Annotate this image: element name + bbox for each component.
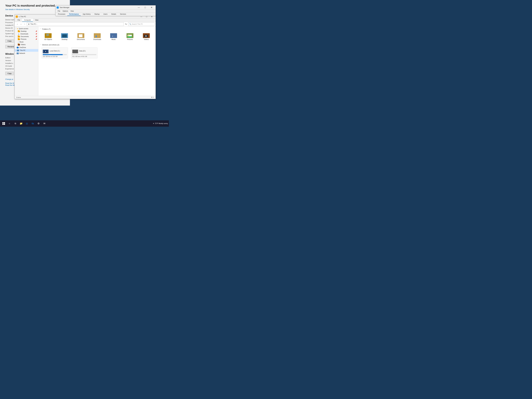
task-manager-controls: — □ ✕	[136, 5, 154, 10]
this-pc-arrow: ›	[16, 50, 16, 51]
drive-c-free: 192 GB free of 232 GB	[43, 56, 67, 57]
documents-folder-icon	[18, 36, 20, 38]
file-explorer-body: ˅ ★ Quick access Desktop 📌 Downloads 📌	[15, 26, 156, 96]
sidebar-desktop-label: Desktop	[21, 30, 26, 32]
search-icon: 🔍	[129, 23, 131, 25]
ribbon-tab-computer[interactable]: Computer	[22, 19, 33, 22]
file-explorer-ribbon: File Computer View	[15, 19, 156, 22]
tm-tab-performance[interactable]: Performance	[67, 13, 81, 16]
folder-desktop-label: Desktop	[62, 38, 67, 40]
folders-grid: 3D Objects Desktop	[40, 32, 153, 41]
sidebar-videos-label: Videos	[21, 44, 25, 45]
devices-chevron: ˅	[40, 44, 41, 45]
folder-videos[interactable]: Videos	[140, 32, 153, 41]
tm-tab-app-history[interactable]: App history	[81, 13, 92, 16]
sidebar-item-downloads[interactable]: Downloads 📌	[15, 33, 38, 35]
sidebar-quick-access-header[interactable]: ˅ ★ Quick access	[15, 27, 38, 30]
taskbar-mail[interactable]: ✉	[42, 121, 47, 126]
forward-button[interactable]: ›	[19, 23, 23, 26]
file-explorer-window: ▪ | This PC — □ ✕ File Computer View ‹ ›…	[14, 14, 156, 99]
taskbar-task-view[interactable]: ⧉	[13, 121, 18, 126]
folder-pictures-label: Pictures	[127, 38, 133, 40]
sidebar-item-documents[interactable]: Documents 📌	[15, 35, 38, 38]
documents-pin-icon: 📌	[35, 36, 37, 38]
sidebar-item-music[interactable]: ♪ Music	[15, 40, 38, 43]
quick-access-star-icon: ★	[17, 28, 18, 30]
refresh-button[interactable]: ↻	[124, 23, 128, 26]
ws-details-link[interactable]: See details in Windows Security	[5, 8, 30, 10]
task-manager-close[interactable]: ✕	[148, 5, 154, 10]
drive-c-bar-bg	[43, 54, 67, 55]
drive-d[interactable]: Data (D:) 931 GB free of 931 GB	[71, 47, 97, 58]
folder-videos-label: Videos	[144, 38, 149, 40]
view-grid-icon[interactable]: ⊞	[151, 96, 152, 98]
ws-copy-button[interactable]: Copy	[5, 39, 14, 43]
task-manager-minimize[interactable]: —	[136, 5, 142, 10]
ws-copy-button2[interactable]: Copy	[5, 72, 14, 75]
task-manager-tabs: Processes Performance App history Startu…	[56, 13, 156, 16]
folder-pictures[interactable]: Pictures	[123, 32, 137, 41]
folder-desktop[interactable]: Desktop	[58, 32, 71, 41]
downloads-icon	[18, 33, 20, 35]
folders-section-header[interactable]: ˅ Folders (7)	[40, 28, 153, 30]
sidebar-onedrive-header[interactable]: › OneDrive	[15, 46, 38, 49]
sidebar-item-videos[interactable]: Videos	[15, 43, 38, 46]
ribbon-tab-file[interactable]: File	[16, 19, 22, 22]
tm-tab-processes[interactable]: Processes	[56, 13, 67, 16]
devices-section-header[interactable]: ˅ Devices and drives (2)	[40, 44, 153, 46]
ribbon-tabs-bar: File Computer View	[15, 19, 156, 22]
tm-tab-services[interactable]: Services	[118, 13, 128, 16]
sidebar-downloads-label: Downloads	[20, 33, 28, 35]
tm-tab-startup[interactable]: Startup	[93, 13, 101, 16]
folder-music-label: Music	[112, 38, 116, 40]
pictures-pin-icon: 📌	[35, 38, 37, 40]
ws-read-link1[interactable]: Read the M	[5, 82, 14, 84]
weather-text: 72°F Mostly sunny	[155, 123, 168, 124]
onedrive-icon	[17, 47, 19, 48]
sidebar: ˅ ★ Quick access Desktop 📌 Downloads 📌	[15, 26, 38, 96]
taskbar-settings[interactable]: ⚙	[36, 121, 41, 126]
sidebar-item-desktop[interactable]: Desktop 📌	[15, 30, 38, 33]
up-button[interactable]: ↑	[23, 23, 26, 26]
folder-music[interactable]: ♪ Music	[107, 32, 120, 41]
search-box[interactable]: 🔍 Search This PC	[128, 22, 154, 26]
folder-downloads[interactable]: Downloads	[91, 32, 104, 41]
this-pc-icon	[17, 50, 19, 51]
taskbar-search[interactable]: ○	[7, 121, 12, 126]
task-manager-titlebar: Task Manager — □ ✕	[56, 5, 156, 10]
drive-d-label: Data (D:)	[79, 50, 86, 52]
folder-desktop-icon	[61, 32, 68, 38]
folders-section-label: Folders (7)	[42, 28, 51, 30]
folder-3d-objects[interactable]: 3D Objects	[42, 32, 55, 41]
ws-change-link[interactable]: Change pr	[5, 78, 13, 80]
taskbar-file-explorer[interactable]: 📁	[19, 121, 24, 126]
sidebar-item-this-pc[interactable]: › This PC	[15, 49, 38, 52]
windows-logo	[2, 122, 5, 125]
back-button[interactable]: ‹	[16, 23, 19, 26]
tm-menu-file[interactable]: File	[57, 10, 61, 12]
taskbar-store[interactable]: 🛍	[30, 121, 35, 126]
task-manager-menubar: File Options View	[56, 10, 156, 13]
tm-tab-details[interactable]: Details	[109, 13, 118, 16]
sidebar-group-this-pc: › This PC	[15, 49, 38, 52]
folder-documents[interactable]: Documents	[74, 32, 88, 41]
sidebar-item-pictures[interactable]: Pictures 📌	[15, 38, 38, 40]
task-manager-maximize[interactable]: □	[142, 5, 148, 10]
address-path[interactable]: 🖥 This PC ›	[27, 22, 124, 26]
sidebar-network-header[interactable]: › Network	[15, 52, 38, 55]
taskbar-edge[interactable]: ◎	[24, 121, 30, 126]
folder-documents-label: Documents	[77, 38, 85, 40]
view-controls: ⊞ ≡	[151, 96, 154, 98]
tm-menu-options[interactable]: Options	[62, 10, 69, 12]
taskbar-weather[interactable]: ☀ 72°F Mostly sunny	[153, 123, 168, 124]
start-button[interactable]	[1, 121, 6, 126]
folder-downloads-icon	[94, 32, 101, 38]
sidebar-music-label: Music	[19, 41, 24, 43]
drive-c[interactable]: ⊞ Local Disk (C:) 192 GB free of 232 GB	[42, 47, 68, 58]
view-list-icon[interactable]: ≡	[153, 96, 154, 98]
downloads-pin-icon: 📌	[35, 33, 37, 35]
tm-menu-view[interactable]: View	[70, 10, 75, 12]
status-bar: 9 items ⊞ ≡	[15, 96, 156, 99]
ribbon-tab-view[interactable]: View	[33, 19, 40, 22]
tm-tab-users[interactable]: Users	[101, 13, 109, 16]
